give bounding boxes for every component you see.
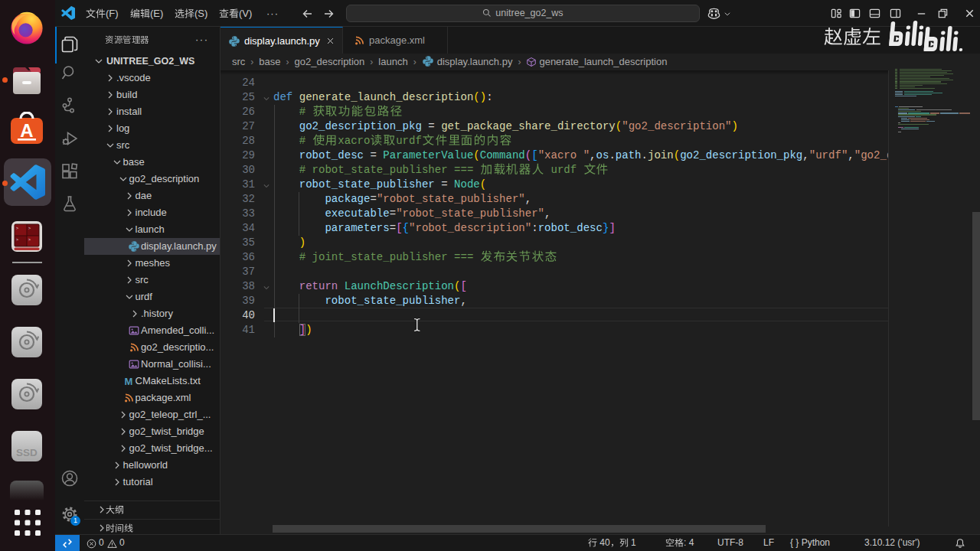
svg-text:>: > <box>16 227 18 231</box>
svg-text:>: > <box>16 238 18 243</box>
svg-text:>: > <box>28 238 31 243</box>
svg-text:>: > <box>28 227 31 231</box>
svg-text:A: A <box>20 120 33 141</box>
svg-text:SSD: SSD <box>16 447 38 458</box>
svg-text:M: M <box>124 376 132 387</box>
